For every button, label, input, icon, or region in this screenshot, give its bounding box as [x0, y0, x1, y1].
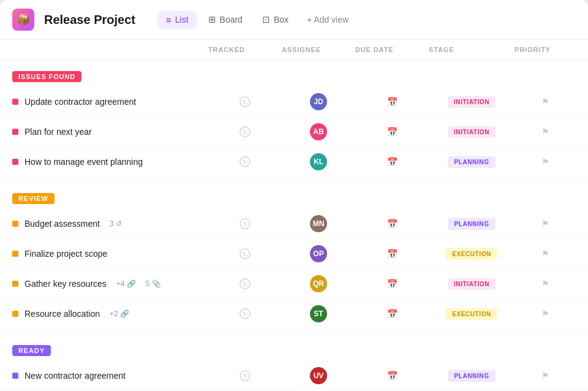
task-name-text: How to manage event planning [24, 157, 143, 167]
task-badge: 5 📎 [146, 279, 161, 288]
assignee-cell: KL [282, 153, 355, 170]
task-name-cell: Gather key resources+4 🔗5 📎 [12, 279, 208, 289]
sections-container: ISSUES FOUNDUpdate contractor agreement↻… [0, 60, 588, 391]
tracked-cell: ↻ [208, 96, 282, 107]
task-dot [12, 221, 18, 227]
task-name-cell: Budget assessment3 ↺ [12, 219, 208, 229]
assignee-cell: AB [282, 123, 355, 140]
task-name-text: Plan for next year [24, 127, 92, 137]
tab-board[interactable]: ⊞ Board [200, 10, 251, 29]
avatar: ST [310, 305, 327, 322]
board-icon: ⊞ [208, 14, 216, 25]
priority-icon: ⚑ [541, 97, 549, 107]
priority-icon: ⚑ [541, 309, 549, 319]
stage-badge: PLANNING [448, 218, 495, 230]
list-icon: ≡ [166, 15, 172, 25]
col-priority: PRIORITY [514, 46, 576, 53]
table-row[interactable]: Budget assessment3 ↺↻MN📅PLANNING⚑ [0, 209, 588, 239]
task-dot [12, 159, 18, 165]
app-window: 📦 Release Project ≡ List ⊞ Board ⊡ Box +… [0, 0, 588, 391]
app-icon: 📦 [12, 9, 34, 31]
tracked-cell: ↻ [208, 218, 282, 229]
tracked-cell: ↻ [208, 370, 282, 381]
stage-cell: INITIATION [429, 278, 514, 290]
stage-badge: PLANNING [448, 156, 495, 168]
calendar-icon: 📅 [387, 249, 398, 259]
task-name-cell: New contractor agreement [12, 371, 208, 381]
tracked-icon: ↻ [239, 96, 251, 107]
table-row[interactable]: Gather key resources+4 🔗5 📎↻QR📅INITIATIO… [0, 269, 588, 299]
stage-badge: INITIATION [448, 96, 496, 108]
table-row[interactable]: Plan for next year↻AB📅INITIATION⚑ [0, 117, 588, 147]
table-row[interactable]: Update contractor agreement↻JD📅INITIATIO… [0, 87, 588, 117]
priority-icon: ⚑ [541, 219, 549, 229]
due-date-cell: 📅 [355, 279, 429, 289]
avatar: UV [310, 367, 327, 384]
due-date-cell: 📅 [355, 127, 429, 137]
avatar: KL [310, 153, 327, 170]
assignee-cell: ST [282, 305, 355, 322]
section-ready: READYNew contractor agreement↻UV📅PLANNIN… [0, 334, 588, 391]
priority-cell: ⚑ [514, 127, 576, 137]
section-label-ready[interactable]: READY [12, 345, 51, 356]
priority-cell: ⚑ [514, 249, 576, 259]
table-row[interactable]: New contractor agreement↻UV📅PLANNING⚑ [0, 361, 588, 391]
task-badge: 3 ↺ [110, 219, 122, 228]
calendar-icon: 📅 [387, 157, 398, 167]
task-name-text: Update contractor agreement [24, 97, 136, 107]
priority-cell: ⚑ [514, 97, 576, 107]
table-row[interactable]: Finalize project scope↻OP📅EXECUTION⚑ [0, 239, 588, 269]
avatar: JD [310, 93, 327, 110]
task-name-cell: Resource allocation+2 🔗 [12, 309, 208, 319]
stage-cell: INITIATION [429, 126, 514, 138]
add-view-button[interactable]: + Add view [300, 11, 356, 28]
tab-list[interactable]: ≡ List [157, 11, 197, 29]
task-name-text: Gather key resources [24, 279, 107, 289]
priority-cell: ⚑ [514, 157, 576, 167]
calendar-icon: 📅 [387, 309, 398, 319]
avatar: QR [310, 275, 327, 292]
stage-badge: INITIATION [448, 278, 496, 290]
task-dot [12, 251, 18, 257]
task-name-cell: How to manage event planning [12, 157, 208, 167]
task-name-text: New contractor agreement [24, 371, 126, 381]
priority-icon: ⚑ [541, 127, 549, 137]
task-name-text: Finalize project scope [24, 249, 107, 259]
tracked-icon: ↻ [239, 278, 251, 289]
col-stage: STAGE [429, 46, 514, 53]
tab-box[interactable]: ⊡ Box [254, 10, 297, 29]
nav-tabs: ≡ List ⊞ Board ⊡ Box + Add view [157, 10, 356, 29]
calendar-icon: 📅 [387, 97, 398, 107]
table-header: TRACKED ASSIGNEE DUE DATE STAGE PRIORITY [0, 40, 588, 60]
task-badge: +4 🔗 [116, 279, 136, 288]
task-name-cell: Plan for next year [12, 127, 208, 137]
tracked-icon: ↻ [239, 248, 251, 259]
stage-badge: EXECUTION [446, 248, 497, 260]
table-container: TRACKED ASSIGNEE DUE DATE STAGE PRIORITY… [0, 40, 588, 391]
tracked-cell: ↻ [208, 126, 282, 137]
task-name-text: Resource allocation [24, 309, 100, 319]
avatar: MN [310, 215, 327, 232]
calendar-icon: 📅 [387, 127, 398, 137]
priority-cell: ⚑ [514, 279, 576, 289]
task-dot [12, 99, 18, 105]
priority-icon: ⚑ [541, 249, 549, 259]
box-icon: ⊡ [262, 14, 270, 25]
stage-badge: PLANNING [448, 370, 495, 382]
task-dot [12, 311, 18, 317]
task-badge: +2 🔗 [110, 309, 129, 318]
tracked-icon: ↻ [239, 156, 251, 167]
priority-cell: ⚑ [514, 219, 576, 229]
table-row[interactable]: How to manage event planning↻KL📅PLANNING… [0, 147, 588, 177]
task-dot [12, 129, 18, 135]
section-label-issues[interactable]: ISSUES FOUND [12, 71, 81, 82]
due-date-cell: 📅 [355, 249, 429, 259]
due-date-cell: 📅 [355, 309, 429, 319]
due-date-cell: 📅 [355, 219, 429, 229]
table-row[interactable]: Resource allocation+2 🔗↻ST📅EXECUTION⚑ [0, 299, 588, 329]
section-label-review[interactable]: REVIEW [12, 193, 55, 204]
assignee-cell: OP [282, 245, 355, 262]
tracked-cell: ↻ [208, 156, 282, 167]
assignee-cell: UV [282, 367, 355, 384]
due-date-cell: 📅 [355, 157, 429, 167]
